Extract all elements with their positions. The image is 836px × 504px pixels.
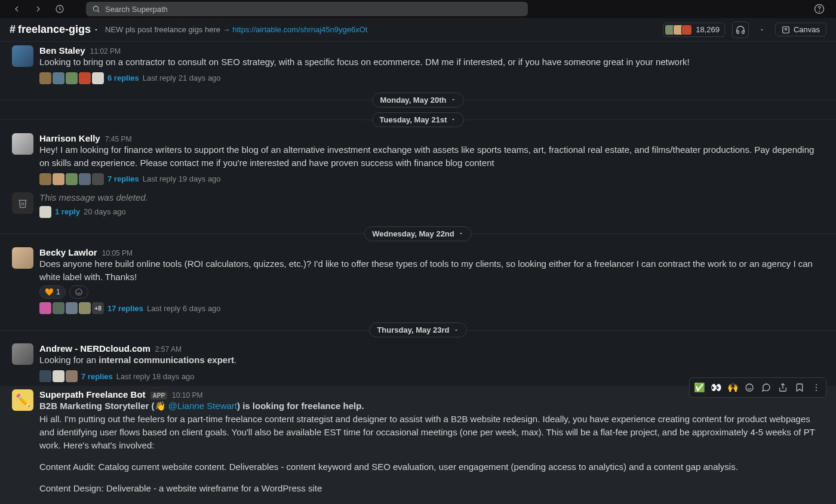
svg-point-8 [75, 289, 82, 296]
share-button[interactable] [774, 379, 791, 396]
message-action-bar: ✅ 👀 🙌 [689, 377, 826, 398]
date-pill[interactable]: Wednesday, May 22nd [364, 226, 472, 241]
member-count-text: 18,269 [696, 25, 720, 34]
message-author[interactable]: Ben Staley [39, 45, 85, 56]
react-raise-button[interactable]: 🙌 [724, 379, 741, 396]
date-pill[interactable]: Monday, May 20th [372, 93, 463, 107]
message-timestamp[interactable]: 10:05 PM [102, 249, 133, 257]
trash-icon [12, 192, 33, 214]
svg-point-4 [819, 11, 820, 11]
add-reaction-button[interactable] [741, 379, 758, 396]
app-badge: APP [150, 392, 168, 399]
search-input[interactable]: Search Superpath [86, 2, 528, 16]
svg-point-9 [746, 384, 753, 391]
message: Harrison Kelly 7:45 PM Hey! I am looking… [0, 130, 836, 189]
avatar[interactable] [12, 247, 33, 269]
channel-topic[interactable]: NEW pls post freelance gigs here → https… [105, 25, 367, 34]
chevron-down-icon [93, 27, 99, 33]
member-count-button[interactable]: 18,269 [663, 23, 725, 37]
canvas-icon [782, 26, 790, 34]
nav-back-button[interactable] [10, 2, 24, 16]
message-text: Looking to bring on a contractor to cons… [39, 56, 824, 69]
date-divider: Monday, May 20th [0, 93, 836, 107]
date-divider: Thursday, May 23rd [0, 322, 836, 337]
thread-link[interactable]: 6 replies Last reply 21 days ago [39, 72, 824, 84]
deleted-message-text: This message was deleted. [39, 192, 824, 202]
message-text: Does anyone here build online tools (ROI… [39, 257, 824, 284]
avatar[interactable] [12, 45, 33, 67]
react-eyes-button[interactable]: 👀 [708, 379, 724, 396]
hash-icon: # [10, 23, 16, 36]
channel-name-button[interactable]: # freelance-gigs [10, 23, 99, 36]
message-author[interactable]: Harrison Kelly [39, 133, 100, 143]
svg-point-1 [93, 6, 98, 11]
more-actions-button[interactable] [808, 379, 825, 396]
channel-topic-link[interactable]: https://airtable.com/shrnaj45n9yge6xOt [232, 25, 367, 34]
date-divider: Tuesday, May 21st [0, 112, 836, 127]
add-reaction-button[interactable] [69, 285, 88, 299]
reply-thread-button[interactable] [758, 379, 774, 396]
history-button[interactable] [53, 2, 67, 16]
svg-point-12 [816, 390, 817, 391]
thread-link[interactable]: +8 17 replies Last reply 6 days ago [39, 302, 824, 314]
date-divider: Wednesday, May 22nd [0, 226, 836, 241]
date-pill[interactable]: Thursday, May 23rd [369, 322, 466, 337]
thread-link[interactable]: 7 replies Last reply 19 days ago [39, 173, 824, 185]
chevron-down-icon [453, 327, 459, 333]
chevron-down-icon [458, 231, 464, 236]
reaction[interactable]: 🧡 1 [39, 285, 66, 299]
chevron-down-icon [450, 97, 456, 103]
thread-more-badge: +8 [92, 302, 104, 314]
canvas-button[interactable]: Canvas [775, 23, 826, 36]
channel-header: # freelance-gigs NEW pls post freelance … [0, 18, 836, 42]
chevron-down-icon [450, 116, 456, 122]
search-placeholder: Search Superpath [105, 5, 168, 14]
message-timestamp[interactable]: 7:45 PM [105, 135, 132, 143]
message-text: Looking for an internal communications e… [39, 354, 824, 367]
svg-line-2 [98, 11, 100, 13]
message-list: Ben Staley 11:02 PM Looking to bring on … [0, 42, 836, 504]
message: Becky Lawlor 10:05 PM Does anyone here b… [0, 244, 836, 318]
message-timestamp[interactable]: 10:10 PM [172, 391, 202, 399]
message: Ben Staley 11:02 PM Looking to bring on … [0, 42, 836, 88]
huddle-button[interactable] [732, 21, 749, 38]
message-author[interactable]: Andrew - NERDcloud.com [39, 343, 150, 354]
react-check-button[interactable]: ✅ [691, 379, 708, 396]
huddle-dropdown[interactable] [756, 21, 768, 38]
member-avatar-stack [665, 24, 692, 35]
message-author[interactable]: Superpath Freelance Bot [39, 389, 146, 399]
nav-forward-button[interactable] [31, 2, 45, 16]
message-text: B2B Marketing Storyteller (👋 @Lianne Ste… [39, 399, 824, 504]
message: ✅ 👀 🙌 ✏️ Superpath Freelance Bot APP 10:… [0, 386, 836, 504]
avatar[interactable]: ✏️ [12, 389, 33, 411]
avatar[interactable] [12, 133, 33, 155]
message-timestamp[interactable]: 2:57 AM [155, 345, 182, 354]
message-deleted: This message was deleted. 1 reply 20 day… [0, 189, 836, 222]
message-text: Hey! I am looking for finance writers to… [39, 143, 824, 170]
date-pill[interactable]: Tuesday, May 21st [372, 112, 465, 127]
svg-point-10 [816, 385, 817, 386]
thread-link[interactable]: 1 reply 20 days ago [39, 206, 824, 218]
svg-point-11 [816, 387, 817, 388]
topbar: Search Superpath [0, 0, 836, 18]
message-author[interactable]: Becky Lawlor [39, 247, 97, 257]
channel-name-text: freelance-gigs [18, 23, 91, 36]
help-button[interactable] [812, 2, 826, 16]
avatar[interactable] [12, 343, 33, 365]
bookmark-button[interactable] [791, 379, 808, 396]
search-icon [92, 5, 100, 13]
message-timestamp[interactable]: 11:02 PM [90, 47, 121, 56]
user-mention[interactable]: @Lianne Stewart [168, 401, 237, 411]
